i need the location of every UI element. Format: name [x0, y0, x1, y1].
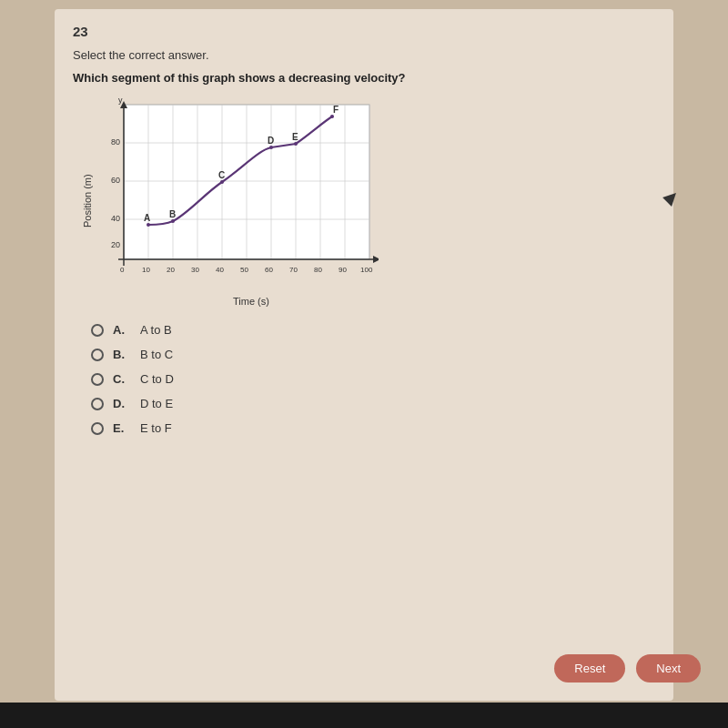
svg-text:80: 80	[314, 266, 322, 274]
svg-text:y: y	[118, 97, 123, 105]
svg-text:D: D	[268, 136, 274, 146]
radio-a[interactable]	[91, 324, 104, 337]
svg-text:60: 60	[111, 176, 120, 185]
svg-text:20: 20	[167, 266, 175, 274]
radio-b[interactable]	[91, 349, 104, 361]
y-axis-label: Position (m)	[82, 110, 93, 292]
svg-text:20: 20	[111, 240, 120, 249]
option-e[interactable]: E. E to F	[91, 421, 655, 435]
option-e-letter: E.	[113, 421, 131, 435]
button-row: Reset Next	[554, 654, 701, 682]
svg-text:50: 50	[240, 266, 248, 274]
graph-container: Position (m)	[82, 97, 655, 307]
option-e-text: E to F	[140, 421, 172, 435]
svg-text:40: 40	[111, 214, 120, 223]
instruction-text: Select the correct answer.	[73, 48, 655, 62]
svg-point-45	[294, 142, 298, 146]
bottom-bar	[0, 703, 728, 728]
option-b-letter: B.	[113, 348, 131, 361]
svg-text:30: 30	[191, 266, 199, 274]
next-button[interactable]: Next	[636, 654, 701, 682]
graph-wrapper: y x 80 60 40 20 0 10 20 30 40	[96, 97, 379, 307]
svg-point-46	[330, 115, 334, 118]
option-c-letter: C.	[113, 372, 131, 386]
option-c-text: C to D	[140, 372, 174, 386]
reset-button[interactable]: Reset	[554, 654, 625, 682]
graph-svg: y x 80 60 40 20 0 10 20 30 40	[96, 97, 379, 288]
radio-e[interactable]	[91, 422, 104, 435]
option-b[interactable]: B. B to C	[91, 348, 655, 361]
svg-point-41	[147, 223, 150, 227]
svg-text:E: E	[292, 132, 298, 142]
svg-marker-18	[373, 256, 379, 263]
svg-text:90: 90	[339, 266, 347, 274]
svg-text:60: 60	[265, 266, 273, 274]
option-c[interactable]: C. C to D	[91, 372, 655, 386]
option-d-text: D to E	[140, 397, 173, 410]
svg-point-42	[171, 219, 175, 223]
svg-text:10: 10	[142, 266, 150, 274]
option-d[interactable]: D. D to E	[91, 397, 655, 410]
content-area: 23 Select the correct answer. Which segm…	[55, 9, 673, 701]
x-axis-label: Time (s)	[124, 296, 379, 307]
svg-text:100: 100	[360, 266, 373, 274]
option-a-text: A to B	[140, 323, 172, 337]
option-b-text: B to C	[140, 348, 173, 361]
svg-text:70: 70	[289, 266, 298, 274]
svg-text:A: A	[144, 213, 150, 223]
question-number: 23	[73, 24, 655, 39]
option-a-letter: A.	[113, 323, 131, 337]
svg-text:C: C	[218, 170, 225, 180]
svg-text:40: 40	[216, 266, 224, 274]
option-a[interactable]: A. A to B	[91, 323, 655, 337]
answer-options: A. A to B B. B to C C. C to D D. D to E …	[91, 323, 655, 435]
option-d-letter: D.	[113, 397, 131, 410]
radio-d[interactable]	[91, 398, 104, 410]
svg-point-44	[269, 146, 273, 149]
radio-c[interactable]	[91, 373, 104, 386]
question-text: Which segment of this graph shows a decr…	[73, 71, 655, 85]
graph-svg-area: y x 80 60 40 20 0 10 20 30 40	[96, 97, 379, 292]
svg-text:F: F	[333, 105, 339, 115]
svg-text:B: B	[169, 209, 176, 219]
svg-text:80: 80	[111, 137, 120, 147]
svg-text:0: 0	[120, 266, 125, 274]
svg-point-43	[220, 180, 224, 184]
